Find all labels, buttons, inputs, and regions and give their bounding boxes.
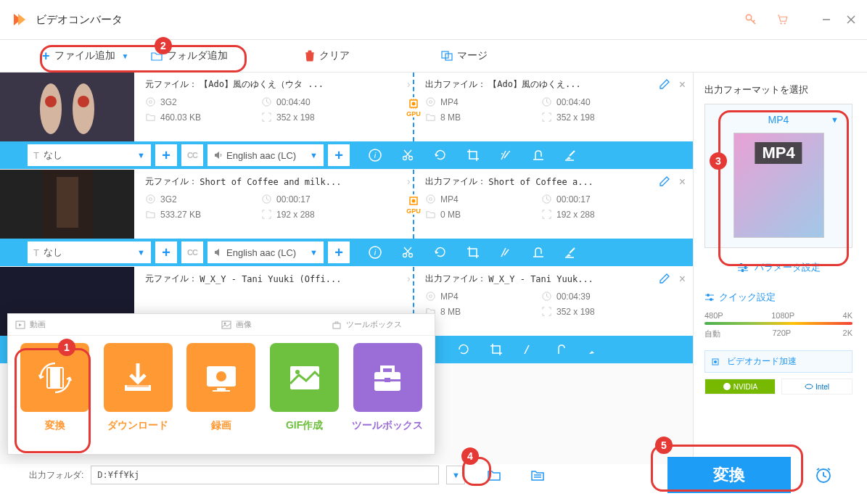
crop-icon[interactable] [456, 239, 489, 266]
annotation-badge-2: 2 [155, 37, 172, 54]
add-file-label: ファイル追加 [54, 49, 115, 62]
schedule-button[interactable] [809, 460, 838, 489]
svg-point-12 [78, 96, 89, 107]
svg-point-63 [745, 188, 781, 224]
add-audio-button[interactable]: + [328, 144, 350, 166]
popup-record-button[interactable]: 録画 [181, 343, 261, 432]
remove-icon[interactable]: × [679, 175, 686, 189]
remove-icon[interactable]: × [679, 78, 686, 91]
chevron-down-icon: ▼ [122, 52, 129, 60]
video-thumbnail[interactable] [0, 73, 134, 141]
output-folder-dropdown[interactable]: ▼ [446, 466, 465, 484]
cut-icon[interactable] [391, 239, 424, 266]
edit-all-icon[interactable] [554, 239, 587, 266]
svg-rect-97 [213, 390, 230, 392]
svg-point-81 [714, 360, 717, 363]
edit-all-icon[interactable] [578, 336, 610, 363]
svg-point-59 [430, 295, 432, 298]
clear-button[interactable]: クリア [299, 46, 356, 65]
cc-button[interactable]: CC [181, 144, 203, 166]
crop-icon[interactable] [480, 336, 512, 363]
output-folder-input[interactable] [91, 466, 439, 484]
video-icon [15, 321, 25, 329]
gif-icon [283, 356, 326, 400]
svg-point-44 [412, 199, 416, 202]
svg-point-17 [412, 102, 416, 105]
subtitle-select[interactable]: Tなし▼ [28, 241, 151, 263]
output-folder-label: 出力フォルダ: [29, 469, 83, 482]
cc-button[interactable]: CC [181, 241, 203, 263]
svg-point-10 [73, 83, 94, 134]
disc-icon [145, 96, 156, 107]
toolbar: + ファイル追加 ▼ フォルダ追加 クリア マージ [0, 40, 867, 73]
add-file-button[interactable]: + ファイル追加 ▼ [36, 46, 134, 67]
quick-settings-title: クイック設定 [704, 291, 852, 304]
popup-tab-toolbox[interactable]: ツールボックス [324, 314, 435, 335]
key-icon[interactable] [744, 13, 757, 26]
svg-rect-88 [333, 323, 340, 329]
watermark-icon[interactable] [545, 336, 578, 363]
add-audio-button[interactable]: + [328, 241, 350, 263]
popup-convert-button[interactable]: 変換 [15, 343, 95, 432]
open-folder-icon[interactable] [487, 468, 501, 482]
svg-text:i: i [374, 151, 376, 160]
svg-rect-69 [760, 226, 765, 236]
svg-point-82 [723, 383, 731, 390]
convert-button[interactable]: 変換 [667, 457, 791, 493]
browse-folder-icon[interactable] [530, 468, 545, 482]
rotate-icon[interactable] [424, 239, 456, 266]
popup-gif-button[interactable]: GIF作成 [265, 343, 345, 432]
svg-rect-39 [57, 177, 78, 228]
annotation-badge-1: 1 [58, 339, 75, 356]
edit-icon[interactable] [659, 175, 670, 187]
rotate-icon[interactable] [424, 141, 456, 169]
edit-all-icon[interactable] [554, 141, 587, 169]
info-icon[interactable]: i [358, 239, 391, 266]
sliders-icon [737, 263, 749, 273]
svg-point-29 [403, 157, 406, 160]
chip-icon [710, 356, 721, 368]
effects-icon[interactable] [489, 239, 522, 266]
edit-icon[interactable] [659, 78, 670, 90]
merge-label: マージ [457, 49, 488, 62]
subtitle-select[interactable]: Tなし▼ [28, 144, 151, 166]
svg-point-95 [216, 371, 226, 381]
add-subtitle-button[interactable]: + [155, 144, 177, 166]
remove-icon[interactable]: × [679, 273, 686, 286]
popup-tab-image[interactable]: 画像 [214, 314, 324, 335]
minimize-icon[interactable] [821, 15, 831, 25]
svg-point-1 [780, 22, 781, 24]
merge-button[interactable]: マージ [435, 46, 493, 65]
svg-point-99 [295, 370, 300, 374]
quality-slider[interactable]: 480P 1080P 4K 自動 720P 2K [704, 311, 852, 339]
edit-icon[interactable] [659, 273, 670, 284]
cart-icon[interactable] [776, 13, 789, 26]
add-subtitle-button[interactable]: + [155, 241, 177, 263]
close-icon[interactable] [846, 15, 856, 25]
effects-icon[interactable] [489, 141, 522, 169]
popup-tab-video[interactable]: 動画 [8, 314, 214, 335]
svg-point-51 [408, 254, 412, 257]
svg-line-36 [570, 151, 575, 156]
file-row: 元ファイル： 【Ado】風のゆくえ（ウタ ... 3G2 00:04:40 46… [0, 73, 693, 169]
svg-point-83 [805, 384, 813, 389]
svg-point-34 [501, 153, 503, 154]
video-thumbnail[interactable] [0, 170, 134, 239]
audio-select[interactable]: English aac (LC)▼ [207, 144, 324, 166]
rotate-icon[interactable] [447, 336, 480, 363]
record-icon [200, 356, 243, 400]
popup-toolbox-button[interactable]: ツールボックス [348, 343, 427, 432]
watermark-icon[interactable] [522, 239, 554, 266]
popup-download-button[interactable]: ダウンロード [99, 343, 178, 432]
effects-icon[interactable] [512, 336, 545, 363]
cut-icon[interactable] [391, 141, 424, 169]
crop-icon[interactable] [456, 141, 489, 169]
info-icon[interactable]: i [358, 141, 391, 169]
parameter-settings-button[interactable]: パラメータ設定 [704, 255, 852, 280]
audio-select[interactable]: English aac (LC)▼ [207, 241, 324, 263]
svg-point-40 [147, 195, 155, 203]
watermark-icon[interactable] [522, 141, 554, 169]
gpu-acceleration-button[interactable]: ビデオカード加速 [704, 350, 852, 373]
output-format-selector[interactable]: MP4▼ MP4 [704, 104, 852, 248]
merge-icon [441, 51, 453, 61]
